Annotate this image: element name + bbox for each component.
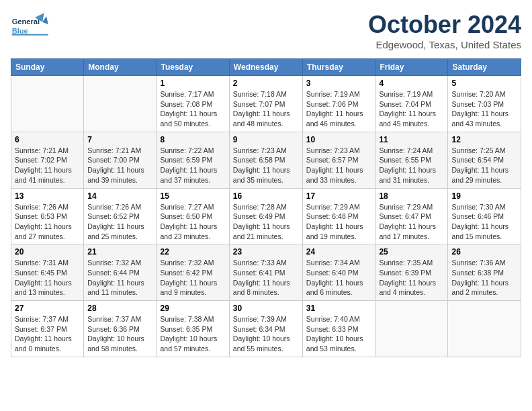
- logo-icon: General Blue: [11, 11, 51, 40]
- day-number: 4: [379, 79, 444, 88]
- calendar-cell: 25Sunrise: 7:35 AM Sunset: 6:39 PM Dayli…: [375, 244, 448, 301]
- day-number: 14: [87, 191, 152, 201]
- day-number: 22: [161, 247, 226, 257]
- day-detail: Sunrise: 7:28 AM Sunset: 6:49 PM Dayligh…: [233, 202, 299, 242]
- calendar-cell: [448, 301, 521, 357]
- day-number: 10: [306, 135, 372, 144]
- day-number: 26: [451, 247, 517, 257]
- day-detail: Sunrise: 7:39 AM Sunset: 6:34 PM Dayligh…: [233, 314, 299, 354]
- day-detail: Sunrise: 7:37 AM Sunset: 6:37 PM Dayligh…: [15, 314, 80, 354]
- calendar-cell: 15Sunrise: 7:27 AM Sunset: 6:50 PM Dayli…: [157, 188, 229, 244]
- calendar-week-row: 20Sunrise: 7:31 AM Sunset: 6:45 PM Dayli…: [11, 244, 521, 301]
- day-detail: Sunrise: 7:32 AM Sunset: 6:44 PM Dayligh…: [87, 258, 152, 298]
- day-number: 25: [379, 247, 444, 257]
- day-detail: Sunrise: 7:25 AM Sunset: 6:54 PM Dayligh…: [451, 146, 517, 185]
- calendar-week-row: 6Sunrise: 7:21 AM Sunset: 7:02 PM Daylig…: [11, 132, 521, 188]
- column-header-wednesday: Wednesday: [229, 59, 302, 76]
- day-detail: Sunrise: 7:23 AM Sunset: 6:58 PM Dayligh…: [233, 146, 299, 185]
- day-number: 9: [233, 135, 299, 144]
- svg-text:Blue: Blue: [12, 27, 28, 35]
- day-number: 20: [15, 247, 80, 257]
- day-detail: Sunrise: 7:34 AM Sunset: 6:40 PM Dayligh…: [306, 258, 372, 298]
- calendar-cell: 28Sunrise: 7:37 AM Sunset: 6:36 PM Dayli…: [84, 301, 157, 357]
- calendar-cell: 1Sunrise: 7:17 AM Sunset: 7:08 PM Daylig…: [157, 76, 229, 132]
- calendar-cell: 29Sunrise: 7:38 AM Sunset: 6:35 PM Dayli…: [157, 301, 229, 357]
- day-number: 23: [233, 247, 299, 257]
- day-number: 6: [15, 135, 80, 144]
- day-number: 29: [161, 304, 226, 313]
- calendar-cell: 3Sunrise: 7:19 AM Sunset: 7:06 PM Daylig…: [302, 76, 375, 132]
- day-detail: Sunrise: 7:20 AM Sunset: 7:03 PM Dayligh…: [451, 89, 517, 129]
- day-number: 19: [451, 191, 517, 201]
- day-detail: Sunrise: 7:33 AM Sunset: 6:41 PM Dayligh…: [233, 258, 299, 298]
- day-number: 8: [161, 135, 226, 144]
- day-detail: Sunrise: 7:23 AM Sunset: 6:57 PM Dayligh…: [306, 146, 372, 185]
- day-number: 21: [87, 247, 152, 257]
- day-number: 1: [161, 79, 226, 88]
- calendar-cell: 5Sunrise: 7:20 AM Sunset: 7:03 PM Daylig…: [448, 76, 521, 132]
- calendar-cell: 16Sunrise: 7:28 AM Sunset: 6:49 PM Dayli…: [229, 188, 302, 244]
- column-header-saturday: Saturday: [448, 59, 521, 76]
- calendar-cell: 13Sunrise: 7:26 AM Sunset: 6:53 PM Dayli…: [11, 188, 84, 244]
- day-detail: Sunrise: 7:35 AM Sunset: 6:39 PM Dayligh…: [379, 258, 444, 298]
- day-detail: Sunrise: 7:36 AM Sunset: 6:38 PM Dayligh…: [451, 258, 517, 298]
- svg-marker-3: [42, 16, 48, 24]
- day-detail: Sunrise: 7:24 AM Sunset: 6:55 PM Dayligh…: [379, 146, 444, 185]
- calendar-cell: 31Sunrise: 7:40 AM Sunset: 6:33 PM Dayli…: [302, 301, 375, 357]
- day-number: 7: [87, 135, 152, 144]
- day-number: 17: [306, 191, 372, 201]
- title-area: October 2024 Edgewood, Texas, United Sta…: [368, 11, 521, 50]
- column-header-sunday: Sunday: [11, 59, 84, 76]
- day-detail: Sunrise: 7:17 AM Sunset: 7:08 PM Dayligh…: [161, 89, 226, 129]
- calendar-week-row: 27Sunrise: 7:37 AM Sunset: 6:37 PM Dayli…: [11, 301, 521, 357]
- day-detail: Sunrise: 7:32 AM Sunset: 6:42 PM Dayligh…: [161, 258, 226, 298]
- day-number: 18: [379, 191, 444, 201]
- day-number: 3: [306, 79, 372, 88]
- calendar-week-row: 1Sunrise: 7:17 AM Sunset: 7:08 PM Daylig…: [11, 76, 521, 132]
- calendar-cell: 22Sunrise: 7:32 AM Sunset: 6:42 PM Dayli…: [157, 244, 229, 301]
- day-number: 16: [233, 191, 299, 201]
- day-detail: Sunrise: 7:21 AM Sunset: 7:02 PM Dayligh…: [15, 146, 80, 185]
- calendar-cell: 30Sunrise: 7:39 AM Sunset: 6:34 PM Dayli…: [229, 301, 302, 357]
- calendar-cell: 24Sunrise: 7:34 AM Sunset: 6:40 PM Dayli…: [302, 244, 375, 301]
- day-detail: Sunrise: 7:19 AM Sunset: 7:06 PM Dayligh…: [306, 89, 372, 129]
- calendar-week-row: 13Sunrise: 7:26 AM Sunset: 6:53 PM Dayli…: [11, 188, 521, 244]
- calendar-cell: 20Sunrise: 7:31 AM Sunset: 6:45 PM Dayli…: [11, 244, 84, 301]
- day-detail: Sunrise: 7:40 AM Sunset: 6:33 PM Dayligh…: [306, 314, 372, 354]
- calendar-header-row: SundayMondayTuesdayWednesdayThursdayFrid…: [11, 59, 521, 76]
- day-detail: Sunrise: 7:29 AM Sunset: 6:47 PM Dayligh…: [379, 202, 444, 242]
- page-header: General Blue October 2024 Edgewood, Texa…: [11, 11, 521, 50]
- calendar-cell: [11, 76, 84, 132]
- calendar-cell: 17Sunrise: 7:29 AM Sunset: 6:48 PM Dayli…: [302, 188, 375, 244]
- location-title: Edgewood, Texas, United States: [368, 39, 521, 50]
- month-title: October 2024: [368, 11, 521, 39]
- calendar-cell: 27Sunrise: 7:37 AM Sunset: 6:37 PM Dayli…: [11, 301, 84, 357]
- day-number: 5: [451, 79, 517, 88]
- calendar-table: SundayMondayTuesdayWednesdayThursdayFrid…: [11, 58, 521, 357]
- calendar-cell: 4Sunrise: 7:19 AM Sunset: 7:04 PM Daylig…: [375, 76, 448, 132]
- day-detail: Sunrise: 7:30 AM Sunset: 6:46 PM Dayligh…: [451, 202, 517, 242]
- calendar-cell: 26Sunrise: 7:36 AM Sunset: 6:38 PM Dayli…: [448, 244, 521, 301]
- day-detail: Sunrise: 7:26 AM Sunset: 6:52 PM Dayligh…: [87, 202, 152, 242]
- day-number: 27: [15, 304, 80, 313]
- logo: General Blue: [11, 11, 51, 40]
- day-detail: Sunrise: 7:29 AM Sunset: 6:48 PM Dayligh…: [306, 202, 372, 242]
- day-number: 12: [451, 135, 517, 144]
- calendar-cell: 10Sunrise: 7:23 AM Sunset: 6:57 PM Dayli…: [302, 132, 375, 188]
- svg-text:General: General: [12, 17, 40, 26]
- calendar-cell: 9Sunrise: 7:23 AM Sunset: 6:58 PM Daylig…: [229, 132, 302, 188]
- day-number: 30: [233, 304, 299, 313]
- day-detail: Sunrise: 7:27 AM Sunset: 6:50 PM Dayligh…: [161, 202, 226, 242]
- day-number: 31: [306, 304, 372, 313]
- calendar-cell: 21Sunrise: 7:32 AM Sunset: 6:44 PM Dayli…: [84, 244, 157, 301]
- day-detail: Sunrise: 7:38 AM Sunset: 6:35 PM Dayligh…: [161, 314, 226, 354]
- calendar-cell: 2Sunrise: 7:18 AM Sunset: 7:07 PM Daylig…: [229, 76, 302, 132]
- day-detail: Sunrise: 7:21 AM Sunset: 7:00 PM Dayligh…: [87, 146, 152, 185]
- calendar-cell: 18Sunrise: 7:29 AM Sunset: 6:47 PM Dayli…: [375, 188, 448, 244]
- column-header-monday: Monday: [84, 59, 157, 76]
- calendar-cell: 14Sunrise: 7:26 AM Sunset: 6:52 PM Dayli…: [84, 188, 157, 244]
- calendar-cell: 23Sunrise: 7:33 AM Sunset: 6:41 PM Dayli…: [229, 244, 302, 301]
- day-detail: Sunrise: 7:26 AM Sunset: 6:53 PM Dayligh…: [15, 202, 80, 242]
- day-detail: Sunrise: 7:22 AM Sunset: 6:59 PM Dayligh…: [161, 146, 226, 185]
- day-number: 11: [379, 135, 444, 144]
